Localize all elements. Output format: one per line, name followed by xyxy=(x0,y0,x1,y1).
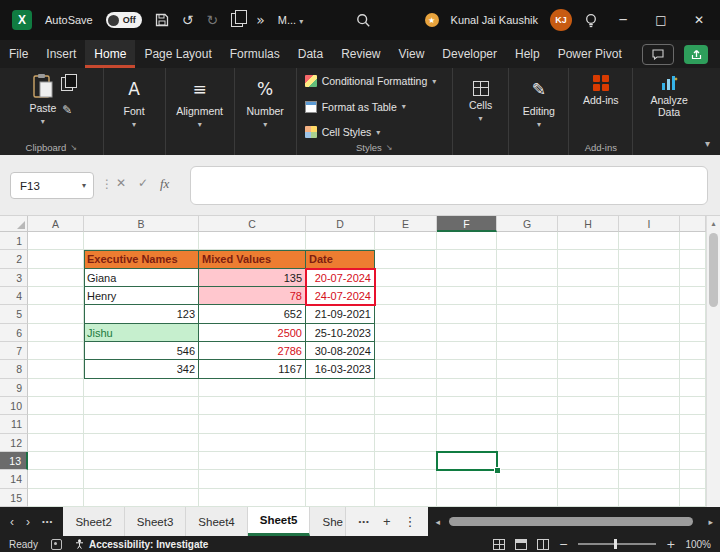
cancel-icon[interactable]: ✕ xyxy=(116,176,126,190)
cell-I3[interactable] xyxy=(619,269,680,287)
row-header-10[interactable]: 10 xyxy=(0,397,28,415)
tab-formulas[interactable]: Formulas xyxy=(221,40,289,68)
search-icon[interactable] xyxy=(356,13,371,28)
cell-E4[interactable] xyxy=(375,287,437,305)
cell-E6[interactable] xyxy=(375,324,437,342)
cell-G4[interactable] xyxy=(497,287,558,305)
sheet-list-icon[interactable]: ••• xyxy=(42,517,53,526)
row-header-9[interactable]: 9 xyxy=(0,379,28,397)
cell-I12[interactable] xyxy=(619,434,680,452)
cell-A10[interactable] xyxy=(28,397,84,415)
scroll-right-icon[interactable]: ▸ xyxy=(708,517,713,527)
cell-D3[interactable]: 20-07-2024 xyxy=(306,269,375,287)
fill-handle[interactable] xyxy=(494,467,501,474)
row-header-11[interactable]: 11 xyxy=(0,415,28,433)
cell-H6[interactable] xyxy=(558,324,619,342)
conditional-formatting-button[interactable]: Conditional Formatting ▾ xyxy=(305,75,437,87)
cell-A15[interactable] xyxy=(28,489,84,507)
cell-G12[interactable] xyxy=(497,434,558,452)
previous-sheet-icon[interactable]: ‹ xyxy=(10,515,14,529)
cell-B6[interactable]: Jishu xyxy=(84,324,199,342)
row-header-13[interactable]: 13 xyxy=(0,452,28,470)
cell-F9[interactable] xyxy=(437,379,497,397)
cell-E2[interactable] xyxy=(375,250,437,268)
cell-B4[interactable]: Henry xyxy=(84,287,199,305)
cell-A8[interactable] xyxy=(28,360,84,378)
cell-G5[interactable] xyxy=(497,305,558,323)
analyze-data-button[interactable]: Analyze Data xyxy=(640,73,698,118)
cell-G1[interactable] xyxy=(497,232,558,250)
cell-C2[interactable]: Mixed Values xyxy=(199,250,306,268)
cell-H10[interactable] xyxy=(558,397,619,415)
cell-E10[interactable] xyxy=(375,397,437,415)
column-header-E[interactable]: E xyxy=(375,216,437,232)
row-header-8[interactable]: 8 xyxy=(0,360,28,378)
insert-function-icon[interactable]: fx xyxy=(160,176,169,192)
save-icon[interactable] xyxy=(155,13,169,27)
cell-H8[interactable] xyxy=(558,360,619,378)
cell-G15[interactable] xyxy=(497,489,558,507)
lightbulb-icon[interactable] xyxy=(584,13,598,28)
sheet-tab-sheet3[interactable]: Sheet3 xyxy=(125,507,186,536)
cell-D4[interactable]: 24-07-2024 xyxy=(306,287,375,305)
cell-D10[interactable] xyxy=(306,397,375,415)
cell-G11[interactable] xyxy=(497,415,558,433)
dialog-launcher-icon[interactable]: ↘ xyxy=(386,143,393,152)
tab-file[interactable]: File xyxy=(0,40,37,68)
vertical-scrollbar-thumb[interactable] xyxy=(709,233,718,307)
tab-power-pivot[interactable]: Power Pivot xyxy=(549,40,631,68)
zoom-slider-thumb[interactable] xyxy=(614,539,617,549)
cell-I1[interactable] xyxy=(619,232,680,250)
cell-A2[interactable] xyxy=(28,250,84,268)
cell-A14[interactable] xyxy=(28,470,84,488)
column-header-I[interactable]: I xyxy=(619,216,680,232)
new-sheet-icon[interactable]: + xyxy=(383,514,391,529)
cells-group-button[interactable]: Cells ▾ xyxy=(453,68,510,155)
cell-D9[interactable] xyxy=(306,379,375,397)
cell-J11[interactable] xyxy=(680,415,706,433)
scroll-left-icon[interactable]: ◂ xyxy=(435,517,440,527)
accessibility-status[interactable]: Accessibility: Investigate xyxy=(75,539,209,550)
cell-G6[interactable] xyxy=(497,324,558,342)
cell-I2[interactable] xyxy=(619,250,680,268)
cell-B9[interactable] xyxy=(84,379,199,397)
cell-I9[interactable] xyxy=(619,379,680,397)
formula-input[interactable] xyxy=(190,166,708,205)
tab-page-layout[interactable]: Page Layout xyxy=(135,40,220,68)
cell-J8[interactable] xyxy=(680,360,706,378)
cell-D14[interactable] xyxy=(306,470,375,488)
column-header-B[interactable]: B xyxy=(84,216,199,232)
cell-C7[interactable]: 2786 xyxy=(199,342,306,360)
collapse-ribbon-icon[interactable]: ▾ xyxy=(705,138,710,149)
cell-J10[interactable] xyxy=(680,397,706,415)
cell-F14[interactable] xyxy=(437,470,497,488)
cell-J15[interactable] xyxy=(680,489,706,507)
cell-J5[interactable] xyxy=(680,305,706,323)
cell-C12[interactable] xyxy=(199,434,306,452)
cell-I11[interactable] xyxy=(619,415,680,433)
zoom-level[interactable]: 100% xyxy=(685,539,711,550)
cell-G7[interactable] xyxy=(497,342,558,360)
cell-I14[interactable] xyxy=(619,470,680,488)
cell-B1[interactable] xyxy=(84,232,199,250)
tab-review[interactable]: Review xyxy=(332,40,389,68)
select-all-corner[interactable] xyxy=(0,216,28,232)
macro-record-icon[interactable] xyxy=(51,539,62,550)
cell-E9[interactable] xyxy=(375,379,437,397)
row-header-1[interactable]: 1 xyxy=(0,232,28,250)
cell-H14[interactable] xyxy=(558,470,619,488)
next-sheet-icon[interactable]: › xyxy=(26,515,30,529)
cell-B3[interactable]: Giana xyxy=(84,269,199,287)
column-header-F[interactable]: F xyxy=(437,216,497,232)
cell-J2[interactable] xyxy=(680,250,706,268)
cell-G2[interactable] xyxy=(497,250,558,268)
name-box[interactable]: F13 ▾ xyxy=(10,172,94,199)
cell-F6[interactable] xyxy=(437,324,497,342)
cell-D7[interactable]: 30-08-2024 xyxy=(306,342,375,360)
cell-I13[interactable] xyxy=(619,452,680,470)
row-header-6[interactable]: 6 xyxy=(0,324,28,342)
tab-data[interactable]: Data xyxy=(289,40,332,68)
cell-A5[interactable] xyxy=(28,305,84,323)
toolbar-overflow-button[interactable]: M... ▾ xyxy=(278,14,303,26)
format-as-table-button[interactable]: Format as Table ▾ xyxy=(305,101,406,113)
